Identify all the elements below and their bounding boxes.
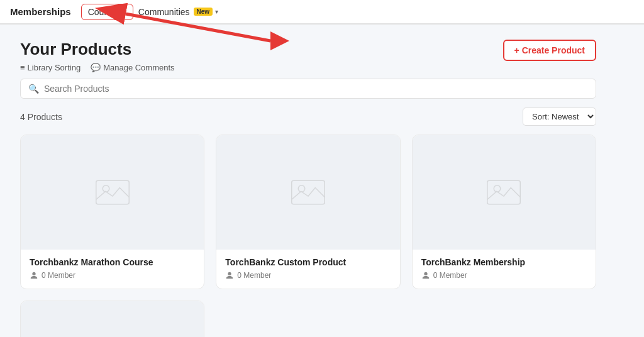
product-thumb-1 xyxy=(21,135,204,250)
product-members-3: 0 Member xyxy=(421,271,587,280)
manage-comments-icon: 💬 xyxy=(91,63,101,72)
svg-point-5 xyxy=(494,185,501,192)
member-icon-1 xyxy=(30,271,38,280)
svg-point-1 xyxy=(103,185,109,192)
nav-brand: Memberships xyxy=(10,6,71,17)
search-icon: 🔍 xyxy=(28,84,39,94)
product-info-3: TorchBankz Membership 0 Member xyxy=(413,250,596,289)
product-grid: Torchbankz Marathon Course 0 Member xyxy=(20,135,596,289)
product-thumb-3 xyxy=(413,135,596,250)
svg-point-3 xyxy=(298,185,305,192)
member-icon-3 xyxy=(421,271,430,280)
top-nav: Memberships Courses ▾ Communities New ▾ xyxy=(0,0,644,24)
manage-comments-action[interactable]: 💬 Manage Comments xyxy=(91,63,174,72)
main-content: Your Products ≡ Library Sorting 💬 Manage… xyxy=(0,25,616,337)
courses-tab-label: Courses xyxy=(88,7,121,17)
product-card-3[interactable]: TorchBankz Membership 0 Member xyxy=(412,135,596,289)
product-card-4[interactable]: Torchbankz Sprint Course 0 Member xyxy=(20,301,204,337)
page-title: Your Products xyxy=(20,40,175,59)
header-left: Your Products ≡ Library Sorting 💬 Manage… xyxy=(20,40,175,72)
product-card-1[interactable]: Torchbankz Marathon Course 0 Member xyxy=(20,135,204,289)
product-members-1: 0 Member xyxy=(30,271,195,280)
product-image-placeholder-1 xyxy=(94,174,131,211)
library-sorting-action[interactable]: ≡ Library Sorting xyxy=(20,63,80,72)
search-bar: 🔍 xyxy=(20,79,596,99)
courses-chevron-icon: ▾ xyxy=(123,8,126,15)
library-sorting-label: Library Sorting xyxy=(28,63,81,72)
product-members-2: 0 Member xyxy=(225,271,391,280)
product-member-count-3: 0 Member xyxy=(433,271,467,280)
product-card-2[interactable]: TorchBankz Custom Product 0 Member xyxy=(216,135,400,289)
product-thumb-4 xyxy=(21,301,204,337)
search-input[interactable] xyxy=(44,84,588,94)
manage-comments-label: Manage Comments xyxy=(103,63,174,72)
product-image-placeholder-2 xyxy=(289,174,327,211)
product-info-2: TorchBankz Custom Product 0 Member xyxy=(216,250,399,289)
products-header: 4 Products Sort: Newest Sort: Oldest xyxy=(20,108,596,126)
library-sorting-icon: ≡ xyxy=(20,63,25,72)
new-badge: New xyxy=(194,8,213,16)
product-name-2: TorchBankz Custom Product xyxy=(225,257,391,267)
communities-tab-label: Communities xyxy=(138,7,190,17)
product-grid-row2: Torchbankz Sprint Course 0 Member xyxy=(20,301,596,337)
sort-select[interactable]: Sort: Newest Sort: Oldest xyxy=(523,108,596,126)
product-image-placeholder-3 xyxy=(485,174,523,211)
communities-chevron-icon: ▾ xyxy=(215,8,218,15)
member-icon-2 xyxy=(225,271,234,280)
create-product-button[interactable]: + Create Product xyxy=(503,40,596,61)
nav-tab-communities[interactable]: Communities New ▾ xyxy=(138,7,218,17)
page-actions: ≡ Library Sorting 💬 Manage Comments xyxy=(20,63,175,72)
product-name-3: TorchBankz Membership xyxy=(421,257,587,267)
products-count: 4 Products xyxy=(20,112,62,122)
product-member-count-2: 0 Member xyxy=(237,271,271,280)
product-info-1: Torchbankz Marathon Course 0 Member xyxy=(21,250,204,289)
page-header: Your Products ≡ Library Sorting 💬 Manage… xyxy=(20,40,596,72)
product-thumb-2 xyxy=(216,135,399,250)
product-name-1: Torchbankz Marathon Course xyxy=(30,257,195,267)
product-member-count-1: 0 Member xyxy=(42,271,75,280)
nav-tab-courses[interactable]: Courses ▾ xyxy=(81,4,133,20)
